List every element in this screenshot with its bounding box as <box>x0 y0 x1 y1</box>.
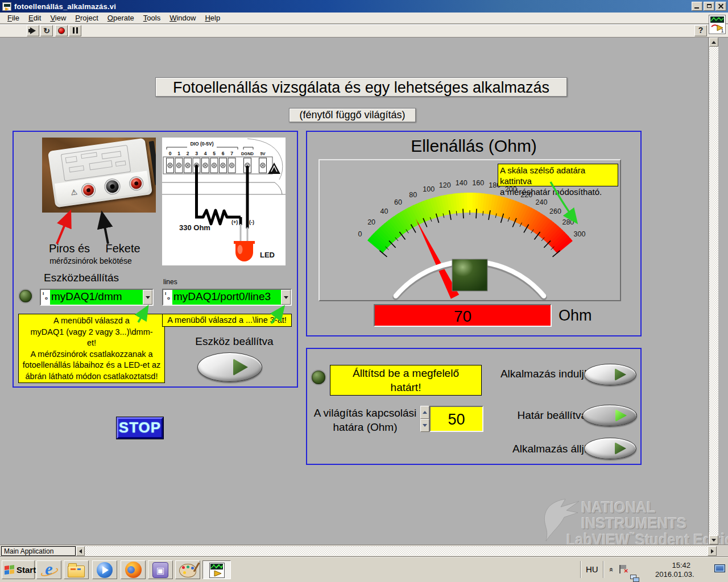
taskbar-item-file-explorer[interactable] <box>64 560 89 579</box>
ni-brand-line1: NATIONAL <box>581 499 656 517</box>
photo-caption: mérőzsinórok bekötése <box>35 256 146 265</box>
vi-icon-pane[interactable]: 1 <box>709 15 726 34</box>
picture-manager-icon: ▣ <box>152 562 168 578</box>
horizontal-scrollbar-track[interactable] <box>85 546 708 556</box>
line-selector-value[interactable]: myDAQ1/port0/line3 <box>172 290 281 305</box>
start-button[interactable]: Start <box>2 560 35 579</box>
threshold-spinner <box>420 406 429 432</box>
menu-tools[interactable]: Tools <box>139 13 164 23</box>
menu-help[interactable]: Help <box>201 13 224 23</box>
mydaq-photo: ⚠ <box>42 138 156 213</box>
line-tooltip: A menüből válaszd a ...\line 3-at! <box>162 314 292 327</box>
scroll-down-button[interactable] <box>709 535 718 544</box>
menu-file[interactable]: File <box>3 13 23 23</box>
dmm-selector-dropdown-button[interactable] <box>143 290 152 305</box>
tray-expand-chevron-icon[interactable] <box>609 564 613 575</box>
red-jack-left <box>82 184 94 196</box>
run-button[interactable] <box>27 25 39 36</box>
run-continuous-icon: ↻ <box>43 27 50 35</box>
app-start-label: Alkalmazás indulj! <box>487 368 587 380</box>
tray-separator <box>603 561 604 578</box>
spinner-down-button[interactable] <box>420 419 429 432</box>
svg-text:5: 5 <box>213 151 216 156</box>
window-title: fotoellenállás_alkalmazás.vi <box>14 2 116 11</box>
pause-button[interactable] <box>69 25 81 36</box>
taskbar-item-picture-manager[interactable]: ▣ <box>148 560 173 579</box>
run-continuous-button[interactable]: ↻ <box>40 25 53 36</box>
gauge-tick-label: 280 <box>562 218 574 226</box>
gauge-tick-label: 120 <box>439 181 451 189</box>
scroll-up-button[interactable] <box>709 38 718 47</box>
svg-text:(-): (-) <box>249 219 254 225</box>
taskbar-item-internet-explorer[interactable]: e <box>36 560 61 579</box>
show-desktop-icon[interactable] <box>714 564 725 572</box>
gauge-tick-label: 160 <box>472 179 484 187</box>
tray-clock[interactable]: 15:42 2016.01.03. <box>655 561 690 579</box>
gauge-tick-label: 100 <box>423 185 435 193</box>
menu-view[interactable]: View <box>46 13 70 23</box>
menu-window[interactable]: Window <box>166 13 200 23</box>
ni-watermark: NATIONAL INSTRUMENTS LabVIEW™Student Edi… <box>541 496 718 548</box>
abort-button[interactable] <box>55 25 68 36</box>
dmm-tooltip: A menüből válaszd a myDAQ1 (vagy 2 vagy … <box>18 314 165 383</box>
device-led-indicator <box>19 290 32 302</box>
labview-vi-icon <box>2 2 11 11</box>
media-player-icon <box>97 562 113 578</box>
app-stop-button[interactable] <box>584 438 636 459</box>
stop-button[interactable]: STOP <box>117 417 163 439</box>
taskbar-item-firefox[interactable] <box>121 560 146 579</box>
svg-text:DGND: DGND <box>241 151 254 156</box>
vertical-scrollbar[interactable] <box>708 38 718 544</box>
io-glyph: Io <box>41 290 50 305</box>
network-icon[interactable] <box>630 575 640 582</box>
scale-tooltip: A skála szélső adatára kattintva a mérés… <box>498 164 618 186</box>
taskbar-item-media-player[interactable] <box>92 560 117 579</box>
io-glyph: Io <box>163 290 172 305</box>
line-selector[interactable]: Io myDAQ1/port0/line3 <box>162 289 292 306</box>
gauge-box[interactable]: 0204060801001201401601802002202402602803… <box>318 159 621 301</box>
start-label: Start <box>16 565 36 575</box>
spinner-up-button[interactable] <box>420 406 429 419</box>
svg-text:DIO (0-5V): DIO (0-5V) <box>190 141 213 147</box>
device-set-button[interactable] <box>197 352 262 382</box>
scroll-right-button[interactable] <box>708 546 717 556</box>
title-bar[interactable]: fotoellenállás_alkalmazás.vi <box>0 0 728 13</box>
gauge-tick-label: 140 <box>456 179 468 187</box>
language-indicator[interactable]: HU <box>586 564 598 574</box>
close-button[interactable] <box>715 2 726 11</box>
green-arrow-icon <box>615 368 626 381</box>
menu-edit[interactable]: Edit <box>24 13 45 23</box>
menu-operate[interactable]: Operate <box>104 13 138 23</box>
restore-button[interactable] <box>704 2 714 11</box>
tray-date: 2016.01.03. <box>655 570 690 579</box>
svg-text:330 Ohm: 330 Ohm <box>179 223 210 232</box>
scroll-left-button[interactable] <box>76 546 85 556</box>
instruction-box: Álltítsd be a megfelelő határt! <box>330 365 482 396</box>
threshold-value-input[interactable]: 50 <box>429 406 483 432</box>
arrow-up-icon <box>423 411 427 414</box>
arrow-down-icon <box>712 539 716 542</box>
svg-text:(+): (+) <box>231 219 238 225</box>
page-title: Fotoellenállás vizsgálata és egy lehetsé… <box>155 77 567 97</box>
app-start-button[interactable] <box>584 364 636 385</box>
svg-text:1: 1 <box>177 151 180 156</box>
menu-project[interactable]: Project <box>71 13 102 23</box>
arrow-up-icon <box>712 41 716 44</box>
line-selector-dropdown-button[interactable] <box>281 290 291 305</box>
dmm-device-selector[interactable]: Io myDAQ1/dmm <box>40 289 154 306</box>
scrollbar-corner <box>717 546 728 556</box>
chevron-down-icon <box>146 296 150 299</box>
tray-separator <box>580 561 581 578</box>
app-stop-label: Alkalmazás állj! <box>496 443 587 455</box>
scrollbar-track[interactable] <box>709 38 718 544</box>
arrow-down-icon <box>423 424 427 427</box>
taskbar-item-paint[interactable] <box>175 560 200 579</box>
limit-set-button[interactable] <box>582 405 637 426</box>
context-help-button[interactable]: ? <box>694 25 707 36</box>
security-alert-icon[interactable]: ✕ <box>619 564 627 574</box>
dmm-selector-value[interactable]: myDAQ1/dmm <box>50 290 143 305</box>
threshold-label: A világítás kapcsolási határa (Ohm) <box>309 406 421 434</box>
taskbar-item-labview[interactable] <box>202 560 231 579</box>
gauge-tick-label: 80 <box>409 191 417 199</box>
minimize-button[interactable] <box>692 2 702 11</box>
